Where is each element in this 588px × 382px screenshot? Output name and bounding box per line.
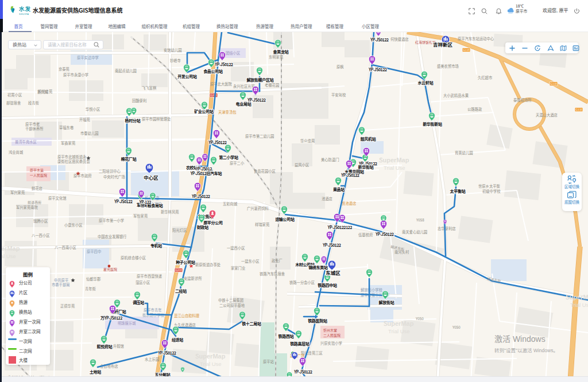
svg-text:政圣厂: 政圣厂 (272, 258, 283, 263)
svg-text:中央时代广场: 中央时代广场 (103, 174, 125, 180)
svg-text:YP-JS0122: YP-JS0122 (247, 97, 266, 103)
svg-text:军怡家苑: 军怡家苑 (133, 213, 148, 219)
svg-text:久红超市: 久红超市 (478, 75, 492, 80)
svg-text:东城区: 东城区 (326, 269, 341, 276)
svg-text:铁十二局站: 铁十二局站 (242, 321, 261, 326)
svg-text:原平市园林管理处: 原平市园林管理处 (142, 116, 171, 122)
svg-text:何快捷酒店: 何快捷酒店 (390, 37, 408, 42)
svg-text:YP-JS0122: YP-JS0122 (375, 231, 394, 237)
svg-text:小康东小区: 小康东小区 (64, 223, 82, 228)
svg-text:第二小学站: 第二小学站 (219, 154, 238, 160)
svg-text:明珠娱乐城: 明珠娱乐城 (118, 321, 136, 326)
svg-text:YP-JS012旧汽车站: YP-JS012旧汽车站 (190, 170, 222, 176)
svg-text:铁路汽车队宿舍: 铁路汽车队宿舍 (260, 271, 285, 276)
svg-text:原平市西营快递: 原平市西营快递 (137, 274, 163, 279)
svg-text:G338: G338 (550, 81, 557, 85)
svg-text:育英幼儿园: 育英幼儿园 (455, 150, 473, 155)
svg-text:祥瑞家苑: 祥瑞家苑 (255, 222, 270, 227)
svg-text:康街社区居民委员会: 康街社区居民委员会 (57, 159, 90, 164)
svg-text:中铁十二局集团: 中铁十二局集团 (218, 298, 243, 303)
svg-text:水云轩站: 水云轩站 (418, 80, 434, 85)
svg-text:湿区小区: 湿区小区 (136, 280, 150, 285)
svg-text:考棚花园: 考棚花园 (265, 83, 279, 88)
svg-text:转到"设置"以激活 Windows。: 转到"设置"以激活 Windows。 (494, 346, 558, 353)
svg-text:土地站: 土地站 (90, 369, 101, 375)
svg-text:原平四中: 原平四中 (87, 249, 101, 254)
svg-text:团结小区: 团结小区 (226, 50, 240, 56)
svg-text:解放街棚户区站: 解放街棚户区站 (246, 77, 273, 83)
svg-text:安建新诊所: 安建新诊所 (184, 276, 202, 281)
svg-text:金美龙站: 金美龙站 (273, 49, 289, 54)
svg-text:原平市政府: 原平市政府 (74, 173, 91, 178)
svg-text:市春幼儿园: 市春幼儿园 (80, 131, 98, 136)
svg-text:YP-JS0122: YP-JS0122 (208, 139, 227, 145)
svg-text:原平北大医院: 原平北大医院 (210, 81, 232, 87)
svg-text:原平文化馆: 原平文化馆 (48, 196, 66, 201)
svg-text:忻州木堂: 忻州木堂 (323, 328, 337, 333)
svg-text:锦绣东美站: 锦绣东美站 (308, 264, 328, 270)
svg-text:二阳培训中心: 二阳培训中心 (99, 169, 121, 174)
svg-text:G208: G208 (175, 268, 182, 272)
svg-text:华众佳周: 华众佳周 (300, 138, 315, 143)
svg-text:中心区: 中心区 (144, 174, 158, 181)
svg-text:瑞腾小区: 瑞腾小区 (33, 219, 48, 224)
svg-text:军鑫家苑: 军鑫家苑 (61, 141, 76, 146)
svg-text:片区: 片区 (19, 289, 28, 295)
svg-text:Y050: Y050 (415, 316, 424, 321)
svg-text:大楼: 大楼 (19, 357, 28, 363)
svg-text:G338: G338 (575, 107, 582, 111)
svg-text:八一西南小区: 八一西南小区 (55, 245, 76, 250)
svg-text:井室二次网: 井室二次网 (19, 328, 41, 334)
svg-text:蓝江山自助料理: 蓝江山自助料理 (174, 313, 200, 318)
svg-text:新华林凤苑: 新华林凤苑 (161, 209, 179, 215)
svg-text:调压站: 调压站 (133, 299, 144, 305)
svg-text:原平汽车东站运动中心: 原平汽车东站运动中心 (458, 36, 494, 41)
svg-text:八一西小区: 八一西小区 (32, 233, 49, 238)
svg-text:果品站: 果品站 (333, 186, 345, 192)
svg-text:美心防盗门: 美心防盗门 (321, 157, 339, 162)
svg-text:天津童汤包: 天津童汤包 (218, 110, 237, 115)
svg-text:水上乐园: 水上乐园 (145, 357, 159, 362)
svg-text:和悦佳苑: 和悦佳苑 (38, 89, 53, 94)
svg-text:YP-JS0122: YP-JS0122 (322, 242, 341, 248)
svg-text:仙都华郡: 仙都华郡 (86, 276, 101, 282)
svg-text:Y058: Y058 (416, 217, 424, 223)
svg-text:万YP-JS0122: 万YP-JS0122 (100, 315, 122, 321)
svg-text:棉花厂站: 棉花厂站 (121, 156, 137, 162)
svg-text:熙悦府站: 熙悦府站 (97, 344, 113, 349)
svg-text:益风小区: 益风小区 (295, 162, 309, 167)
svg-text:军兴家苑: 军兴家苑 (10, 190, 25, 195)
svg-text:阳光灯区: 阳光灯区 (172, 228, 187, 233)
svg-text:运输公司站: 运输公司站 (275, 216, 295, 222)
svg-text:YP-JS0122122: YP-JS0122122 (327, 224, 353, 230)
svg-text:青年街: 青年街 (85, 286, 96, 291)
svg-text:南关爱心幼儿园: 南关爱心幼儿园 (402, 229, 427, 235)
svg-text:新原街道办事处: 新原街道办事处 (195, 262, 221, 267)
svg-text:原平实达中学: 原平实达中学 (77, 55, 99, 60)
svg-text:食品花园小区: 食品花园小区 (254, 169, 276, 174)
svg-text:二公司原平基地: 二公司原平基地 (219, 303, 245, 308)
svg-text:飞飞宣棋: 飞飞宣棋 (142, 85, 157, 91)
svg-text:池酒店: 池酒店 (322, 196, 332, 201)
svg-text:专机站: 专机站 (150, 243, 162, 248)
svg-text:原机综合楼小区: 原机综合楼小区 (121, 255, 146, 260)
svg-text:鸿业尚城: 鸿业尚城 (9, 150, 24, 155)
svg-text:公路路政: 公路路政 (467, 107, 482, 112)
svg-text:一建东小区: 一建东小区 (241, 259, 259, 264)
svg-text:YP-122: YP-122 (139, 199, 152, 205)
svg-text:铁路西站: 铁路西站 (278, 333, 294, 339)
svg-text:原平市青年: 原平市青年 (144, 307, 161, 313)
svg-text:部弦宿舍: 部弦宿舍 (6, 100, 21, 106)
svg-text:军兴家苑南院: 军兴家苑南院 (16, 205, 38, 210)
svg-text:中国农业发展银行: 中国农业发展银行 (98, 234, 127, 239)
svg-text:原枫: 原枫 (336, 64, 344, 69)
svg-text:东明家苑: 东明家苑 (269, 54, 284, 60)
svg-text:妙峰寺: 妙峰寺 (170, 58, 181, 63)
svg-text:二人民医院: 二人民医院 (323, 333, 341, 338)
svg-text:SuperMap: SuperMap (195, 351, 226, 360)
svg-text:鲜花店: 鲜花店 (32, 186, 42, 191)
svg-text:开发公司站: 开发公司站 (177, 73, 197, 79)
svg-text:原平木第: 原平木第 (30, 167, 44, 173)
svg-text:SuperMap: SuperMap (566, 292, 588, 301)
svg-text:初级中学校: 初级中学校 (482, 189, 501, 194)
